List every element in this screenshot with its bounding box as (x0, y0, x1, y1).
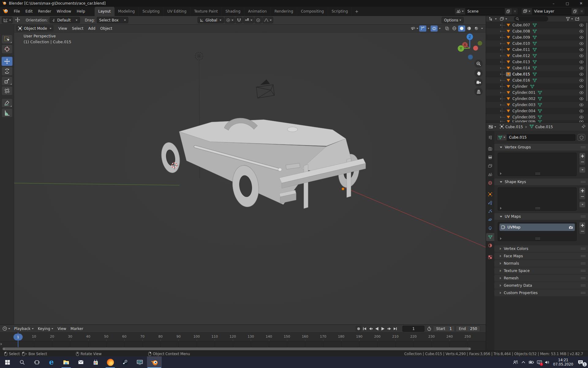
outliner-item-name[interactable]: Cylinder (512, 84, 528, 89)
panel-vertex-colors[interactable]: Vertex Colors (494, 245, 588, 252)
gizmos-toggle[interactable] (419, 25, 426, 32)
taskbar-clock[interactable]: 14:21 07.05.2020 (552, 358, 574, 366)
overlays-toggle[interactable] (431, 25, 438, 32)
mode-dropdown[interactable]: Object Mode (16, 25, 54, 32)
panel-custom-properties[interactable]: Custom Properties (494, 289, 588, 296)
hide-in-viewport-toggle[interactable] (579, 103, 584, 106)
panel-vertex-groups[interactable]: Vertex Groups (494, 144, 588, 151)
taskbar-blender-icon[interactable] (147, 356, 162, 368)
timeline-menu-playback[interactable]: Playback (12, 327, 36, 331)
expand-arrow[interactable] (500, 49, 502, 51)
move-tool-button[interactable] (2, 57, 13, 66)
properties-tab-render[interactable] (486, 145, 494, 153)
use-preview-range-toggle[interactable] (426, 326, 432, 332)
taskbar-store-icon[interactable] (88, 356, 103, 368)
action-center-icon[interactable]: 1 (575, 356, 586, 368)
outliner-item-name[interactable]: Cylinder.006 (512, 120, 535, 123)
options-dropdown[interactable]: Options (442, 17, 464, 23)
close-button[interactable]: ✕ (574, 0, 588, 7)
uv-map-add-button[interactable] (579, 222, 586, 228)
expand-arrow[interactable] (500, 121, 502, 122)
tray-expand-icon[interactable] (519, 356, 527, 368)
expand-arrow[interactable] (500, 55, 502, 57)
display-mode-dropdown[interactable] (489, 17, 497, 21)
properties-tab-object[interactable] (486, 190, 494, 198)
gizmo-y-label[interactable]: Y (460, 47, 462, 50)
viewport-3d[interactable]: Object Mode ViewSelectAddObject (14, 25, 486, 324)
workspace-tab-animation[interactable]: Animation (244, 7, 271, 16)
uv-map-item[interactable]: UVMap (499, 224, 575, 231)
people-icon[interactable] (511, 356, 519, 368)
proportional-falloff-dropdown[interactable] (262, 17, 273, 23)
timeline-menu-keying[interactable]: Keying (36, 327, 55, 331)
battery-icon[interactable] (527, 356, 535, 368)
race-car-body[interactable] (179, 118, 366, 209)
timeline-expand-arrow[interactable] (1, 342, 2, 346)
navigation-gizmo[interactable]: Z X Y (458, 34, 482, 60)
annotate-tool-button[interactable] (2, 98, 13, 108)
outliner-item-name[interactable]: Cylinder.001 (512, 90, 535, 95)
shape-key-specials-button[interactable] (579, 201, 586, 208)
new-collection-button[interactable] (575, 17, 580, 21)
playhead[interactable]: 1 (13, 334, 23, 340)
blender-menu-icon[interactable] (2, 8, 8, 14)
rotate-tool-button[interactable] (2, 67, 13, 76)
filter-display-dropdown[interactable] (500, 17, 507, 21)
outliner-item-name[interactable]: Cylinder.004 (512, 109, 535, 113)
jump-to-end-button[interactable] (392, 326, 398, 332)
filter-dropdown[interactable] (566, 17, 573, 21)
hide-in-viewport-toggle[interactable] (579, 120, 584, 123)
play-reverse-button[interactable] (374, 326, 380, 332)
pin-icon[interactable] (582, 125, 586, 129)
workspace-tab-modeling[interactable]: Modeling (115, 7, 139, 16)
breadcrumb-object[interactable]: Cube.015 (505, 125, 523, 129)
workspace-tab-compositing[interactable]: Compositing (297, 7, 328, 16)
transform-tool-button[interactable] (2, 86, 13, 95)
outliner-item[interactable]: Cube.011 (486, 47, 588, 53)
scene-browse-button[interactable] (454, 8, 466, 15)
pan-button[interactable] (474, 69, 483, 77)
vertex-group-remove-button[interactable] (579, 159, 586, 165)
expand-arrow[interactable] (500, 73, 502, 75)
outliner-item[interactable]: Cylinder.003 (486, 102, 588, 108)
properties-tab-constraints[interactable] (486, 224, 494, 232)
outliner-item-name[interactable]: Cube.016 (512, 78, 530, 82)
gizmo-z-label[interactable]: Z (469, 35, 471, 39)
uv-maps-list[interactable]: UVMap (498, 222, 577, 241)
jump-to-start-button[interactable] (362, 326, 368, 332)
measure-tool-button[interactable] (2, 108, 13, 117)
properties-tab-data[interactable] (486, 233, 494, 241)
outliner-item[interactable]: Cube.014 (486, 65, 588, 71)
gizmos-dropdown[interactable] (427, 25, 430, 32)
pivot-point-dropdown[interactable] (224, 17, 235, 23)
panel-face-maps[interactable]: Face Maps (494, 253, 588, 259)
transform-orientation-dropdown[interactable]: Global (198, 17, 224, 23)
outliner-item[interactable]: Cube.008 (486, 28, 588, 34)
panel-remesh[interactable]: Remesh (494, 275, 588, 282)
outliner-search-input[interactable] (514, 16, 548, 21)
view-layer-browse-button[interactable] (521, 8, 532, 15)
wheel-front-left[interactable] (159, 141, 182, 174)
panel-geometry-data[interactable]: Geometry Data (494, 282, 588, 289)
panel-uv-maps[interactable]: UV Maps (494, 213, 588, 220)
workspace-tab-sculpting[interactable]: Sculpting (139, 7, 164, 16)
taskbar-task-view-icon[interactable] (29, 356, 44, 368)
scene-copy-button[interactable] (505, 8, 512, 15)
frame-start-field[interactable]: Start1 (433, 326, 455, 332)
drag-dropdown[interactable]: Select Box (97, 17, 128, 23)
taskbar-mail-icon[interactable] (74, 356, 88, 368)
maximize-button[interactable]: □ (560, 0, 574, 7)
scale-tool-button[interactable] (2, 76, 13, 86)
outliner-item-name[interactable]: Cylinder.002 (512, 97, 535, 101)
outliner-item[interactable]: Cylinder.006 (486, 120, 588, 123)
menu-render[interactable]: Render (35, 7, 54, 16)
shading-wireframe-button[interactable] (451, 25, 458, 32)
volume-icon[interactable] (543, 356, 551, 368)
properties-tab-material[interactable] (486, 241, 494, 249)
expand-arrow[interactable] (500, 67, 502, 69)
properties-tab-particles[interactable] (486, 207, 494, 215)
taskbar-firefox-icon[interactable] (103, 356, 118, 368)
viewport-menu-add[interactable]: Add (86, 26, 98, 31)
active-tool-icon-button[interactable] (2, 17, 13, 23)
select-box-tool-button[interactable] (2, 35, 13, 44)
